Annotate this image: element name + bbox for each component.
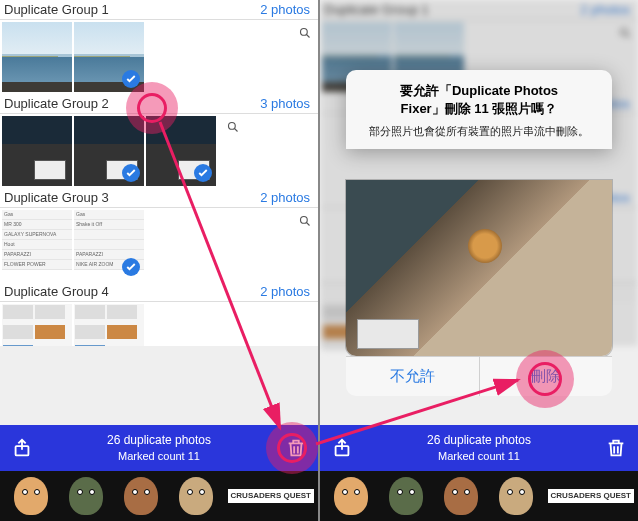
ad-banner[interactable]: CRUSADERS QUEST <box>0 471 318 521</box>
thumbnail[interactable] <box>2 304 72 346</box>
selected-check-icon[interactable] <box>194 164 212 182</box>
svg-line-5 <box>307 223 310 226</box>
svg-line-8 <box>627 35 630 38</box>
toolbar-line2: Marked count 11 <box>36 449 282 463</box>
magnify-icon[interactable] <box>224 118 242 136</box>
dialog-buttons: 不允許 刪除 <box>346 356 612 396</box>
group-count[interactable]: 2 photos <box>260 2 310 17</box>
thumbnail[interactable] <box>74 22 144 92</box>
bottom-toolbar: 26 duplicate photos Marked count 11 <box>320 425 638 471</box>
group-title: Duplicate Group 1 <box>324 2 429 17</box>
group-count[interactable]: 2 photos <box>260 190 310 205</box>
thumbnail[interactable] <box>146 116 216 186</box>
delete-permission-dialog: 要允許「Duplicate Photos Fixer」刪除 11 張照片嗎？ 部… <box>346 70 612 149</box>
ad-label: CRUSADERS QUEST <box>228 489 314 503</box>
thumbs-row-3: GasMR 300GALAXY SUPERNOVAHootPAPARAZZIFL… <box>0 208 318 282</box>
selected-check-icon[interactable] <box>122 258 140 276</box>
thumbnail[interactable] <box>74 304 144 346</box>
share-icon[interactable] <box>328 434 356 462</box>
thumbnail[interactable]: GasShake it Off PAPARAZZINIKE AIR ZOOM <box>74 210 144 280</box>
toolbar-line2: Marked count 11 <box>356 449 602 463</box>
thumbnail[interactable] <box>2 116 72 186</box>
svg-point-7 <box>621 29 628 36</box>
magnify-icon[interactable] <box>296 24 314 42</box>
group-header-1: Duplicate Group 1 2 photos <box>0 0 318 20</box>
deny-button[interactable]: 不允許 <box>346 357 479 396</box>
group-title: Duplicate Group 3 <box>4 190 109 205</box>
bottom-toolbar: 26 duplicate photos Marked count 11 <box>0 425 318 471</box>
group-header-4: Duplicate Group 4 2 photos <box>0 282 318 302</box>
svg-line-1 <box>307 35 310 38</box>
group-title: Duplicate Group 4 <box>4 284 109 299</box>
ad-characters <box>320 471 548 521</box>
screen-right: Duplicate Group 1 2 photos photos photos… <box>320 0 638 521</box>
selected-check-icon[interactable] <box>122 70 140 88</box>
trash-icon[interactable] <box>602 434 630 462</box>
group-header-1: Duplicate Group 1 2 photos <box>320 0 638 20</box>
toolbar-line1: 26 duplicate photos <box>356 433 602 449</box>
ad-label: CRUSADERS QUEST <box>548 489 634 503</box>
svg-point-0 <box>301 29 308 36</box>
share-icon[interactable] <box>8 434 36 462</box>
group-header-3: Duplicate Group 3 2 photos <box>0 188 318 208</box>
svg-point-2 <box>229 123 236 130</box>
group-header-2: Duplicate Group 2 3 photos <box>0 94 318 114</box>
thumbs-row-1 <box>0 20 318 94</box>
group-count[interactable]: 3 photos <box>260 96 310 111</box>
thumbs-row-2 <box>0 114 318 188</box>
dialog-message: 部分照片也會從所有裝置的照片串流中刪除。 <box>360 124 598 139</box>
toolbar-line1: 26 duplicate photos <box>36 433 282 449</box>
thumbnail[interactable] <box>2 22 72 92</box>
thumbnail[interactable]: GasMR 300GALAXY SUPERNOVAHootPAPARAZZIFL… <box>2 210 72 280</box>
trash-icon[interactable] <box>282 434 310 462</box>
dialog-title: 要允許「Duplicate Photos Fixer」刪除 11 張照片嗎？ <box>360 82 598 118</box>
screen-left: Duplicate Group 1 2 photos Duplicate Gro… <box>0 0 318 521</box>
thumbs-row-4 <box>0 302 318 346</box>
ad-characters <box>0 471 228 521</box>
svg-line-3 <box>235 129 238 132</box>
preview-photo <box>346 180 612 356</box>
magnify-icon[interactable] <box>296 212 314 230</box>
selected-check-icon[interactable] <box>122 164 140 182</box>
group-count[interactable]: 2 photos <box>260 284 310 299</box>
group-title: Duplicate Group 1 <box>4 2 109 17</box>
toolbar-status: 26 duplicate photos Marked count 11 <box>356 433 602 463</box>
group-count: 2 photos <box>580 2 630 17</box>
svg-point-4 <box>301 217 308 224</box>
group-title: Duplicate Group 2 <box>4 96 109 111</box>
thumbnail[interactable] <box>74 116 144 186</box>
ad-banner[interactable]: CRUSADERS QUEST <box>320 471 638 521</box>
toolbar-status: 26 duplicate photos Marked count 11 <box>36 433 282 463</box>
delete-button[interactable]: 刪除 <box>479 357 613 396</box>
